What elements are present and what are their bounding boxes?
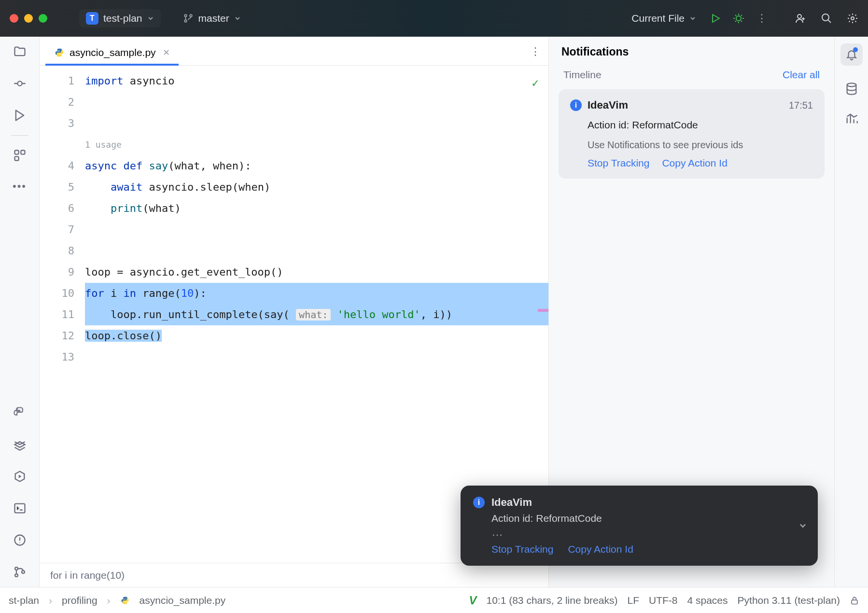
ideavim-status-icon[interactable]: V bbox=[469, 594, 476, 607]
run-button[interactable] bbox=[710, 13, 721, 24]
tab-asyncio-sample[interactable]: asyncio_sample.py ✕ bbox=[45, 41, 179, 65]
line-separator[interactable]: LF bbox=[627, 595, 639, 606]
branch-icon bbox=[183, 13, 194, 24]
stop-tracking-link[interactable]: Stop Tracking bbox=[588, 157, 649, 169]
chevron-down-icon bbox=[234, 15, 241, 22]
chevron-down-icon bbox=[689, 15, 696, 22]
right-tool-strip bbox=[834, 37, 868, 587]
svg-point-17 bbox=[847, 83, 856, 86]
python-console-icon[interactable] bbox=[13, 405, 27, 420]
svg-point-14 bbox=[15, 567, 18, 570]
minimize-window[interactable] bbox=[24, 14, 33, 23]
breadcrumb-item[interactable]: asyncio_sample.py bbox=[140, 595, 226, 606]
svg-rect-8 bbox=[14, 151, 18, 154]
window-controls bbox=[10, 14, 47, 23]
project-selector[interactable]: T test-plan bbox=[79, 9, 161, 28]
editor-tabs: asyncio_sample.py ✕ ⋮ bbox=[40, 37, 548, 66]
crumb-separator: › bbox=[49, 595, 52, 606]
chevron-down-icon[interactable] bbox=[798, 521, 807, 530]
python-file-icon bbox=[120, 596, 130, 605]
svg-point-11 bbox=[17, 408, 18, 409]
notification-indicator bbox=[853, 47, 858, 52]
svg-point-3 bbox=[736, 16, 741, 21]
breadcrumbs-bar: for i in range(10) bbox=[40, 563, 548, 587]
usages-hint[interactable]: 1 usage bbox=[85, 134, 548, 155]
status-bar: st-plan › profiling › asyncio_sample.py … bbox=[0, 587, 868, 613]
services-tool-icon[interactable] bbox=[13, 108, 27, 123]
svg-point-6 bbox=[851, 17, 854, 20]
terminal-tool-icon[interactable] bbox=[13, 501, 27, 515]
tab-close-icon[interactable]: ✕ bbox=[163, 47, 170, 58]
run-config-selector[interactable]: Current File bbox=[631, 13, 696, 24]
svg-point-7 bbox=[17, 81, 22, 85]
titlebar: T test-plan master Current File ⋮ bbox=[0, 0, 868, 37]
file-encoding[interactable]: UTF-8 bbox=[649, 595, 678, 606]
commit-tool-icon[interactable] bbox=[13, 76, 27, 91]
parameter-hint: what: bbox=[296, 309, 331, 320]
copy-action-id-link[interactable]: Copy Action Id bbox=[662, 157, 727, 169]
notification-body: Action id: ReformatCode bbox=[588, 119, 813, 131]
timeline-label: Timeline bbox=[563, 69, 602, 81]
breadcrumb-item[interactable]: profiling bbox=[62, 595, 98, 606]
toast-stop-tracking[interactable]: Stop Tracking bbox=[491, 543, 553, 555]
collab-icon[interactable] bbox=[795, 13, 806, 24]
packages-tool-icon[interactable] bbox=[13, 437, 27, 452]
breadcrumb-item[interactable]: st-plan bbox=[9, 595, 39, 606]
notification-title: IdeaVim bbox=[588, 99, 783, 111]
notifications-button[interactable] bbox=[840, 43, 863, 66]
database-tool-icon[interactable] bbox=[845, 82, 858, 96]
svg-point-5 bbox=[822, 14, 829, 21]
tabs-menu-icon[interactable]: ⋮ bbox=[530, 45, 541, 58]
toast-expand[interactable]: … bbox=[491, 525, 805, 539]
close-window[interactable] bbox=[10, 14, 18, 23]
svg-point-2 bbox=[190, 14, 192, 17]
clear-all-link[interactable]: Clear all bbox=[783, 69, 820, 81]
svg-point-4 bbox=[798, 14, 801, 18]
indent-settings[interactable]: 4 spaces bbox=[687, 595, 728, 606]
toast-copy-action-id[interactable]: Copy Action Id bbox=[568, 543, 633, 555]
search-everywhere-icon[interactable] bbox=[821, 13, 832, 24]
more-tools-icon[interactable]: ••• bbox=[13, 180, 27, 193]
maximize-window[interactable] bbox=[39, 14, 47, 23]
structure-tool-icon[interactable] bbox=[13, 148, 27, 163]
svg-point-16 bbox=[22, 571, 25, 573]
svg-rect-12 bbox=[14, 504, 25, 513]
interpreter[interactable]: Python 3.11 (test-plan) bbox=[738, 595, 840, 606]
tab-filename: asyncio_sample.py bbox=[70, 47, 156, 58]
left-tool-strip: ••• bbox=[0, 37, 40, 587]
run-tool-icon[interactable] bbox=[13, 469, 27, 484]
notification-card[interactable]: i IdeaVim 17:51 Action id: ReformatCode … bbox=[559, 89, 825, 179]
notification-toast[interactable]: i IdeaVim Action id: ReformatCode … Stop… bbox=[461, 486, 818, 566]
notification-time: 17:51 bbox=[789, 100, 813, 111]
debug-button[interactable] bbox=[733, 13, 744, 24]
profiler-tool-icon[interactable] bbox=[845, 112, 858, 125]
info-icon: i bbox=[570, 99, 582, 111]
breadcrumb-item[interactable]: for i in range(10) bbox=[50, 570, 125, 581]
caret-position[interactable]: 10:1 (83 chars, 2 line breaks) bbox=[486, 595, 617, 606]
svg-point-15 bbox=[15, 574, 18, 577]
readonly-lock-icon[interactable] bbox=[850, 596, 859, 605]
notification-hint: Use Notifications to see previous ids bbox=[588, 139, 813, 151]
inspections-ok-icon[interactable]: ✓ bbox=[532, 72, 539, 94]
error-stripe-mark[interactable] bbox=[538, 309, 548, 312]
vcs-tool-icon[interactable] bbox=[13, 565, 27, 579]
crumb-separator: › bbox=[107, 595, 111, 606]
vcs-branch[interactable]: master bbox=[183, 13, 241, 24]
toast-body: Action id: ReformatCode bbox=[491, 513, 805, 524]
branch-name: master bbox=[198, 13, 229, 24]
more-run-options[interactable]: ⋮ bbox=[756, 13, 768, 24]
project-icon: T bbox=[86, 12, 98, 25]
problems-tool-icon[interactable] bbox=[13, 533, 27, 547]
svg-point-0 bbox=[184, 14, 187, 17]
python-file-icon bbox=[54, 47, 65, 58]
project-tool-icon[interactable] bbox=[13, 44, 27, 59]
project-name: test-plan bbox=[103, 13, 142, 24]
settings-icon[interactable] bbox=[847, 13, 858, 24]
notifications-title: Notifications bbox=[549, 37, 834, 67]
svg-rect-9 bbox=[21, 151, 25, 154]
toast-title: IdeaVim bbox=[491, 496, 532, 509]
chevron-down-icon bbox=[147, 15, 154, 22]
svg-rect-18 bbox=[852, 600, 857, 604]
svg-rect-10 bbox=[14, 156, 18, 160]
svg-point-1 bbox=[184, 20, 187, 22]
